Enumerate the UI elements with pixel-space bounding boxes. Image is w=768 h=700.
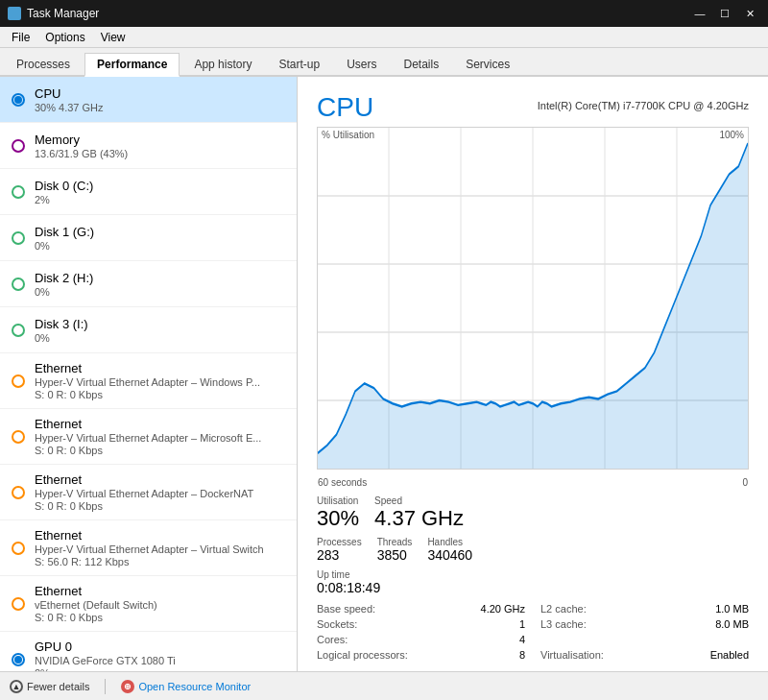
virtualisation-key: Virtualisation:: [540, 649, 604, 661]
eth1-sidebar-subtitle1: Hyper-V Virtual Ethernet Adapter – Windo…: [35, 376, 285, 388]
eth5-sidebar-title: Ethernet: [35, 584, 285, 598]
base-speed-key: Base speed:: [317, 603, 375, 615]
open-resource-monitor-button[interactable]: ⊕ Open Resource Monitor: [121, 680, 251, 693]
disk3-sidebar-title: Disk 3 (I:): [35, 317, 285, 331]
tab-processes[interactable]: Processes: [4, 53, 83, 75]
eth5-sidebar-subtitle2: S: 0 R: 0 Kbps: [35, 612, 285, 623]
fewer-details-button[interactable]: ▲ Fewer details: [10, 680, 89, 693]
eth3-sidebar-subtitle1: Hyper-V Virtual Ethernet Adapter – Docke…: [35, 488, 285, 499]
main-content: CPU 30% 4.37 GHz Memory 13.6/31.9 GB (43…: [0, 77, 768, 671]
tab-app-history[interactable]: App history: [181, 53, 264, 75]
virtualisation-val: Enabled: [710, 649, 749, 661]
eth2-sidebar-subtitle1: Hyper-V Virtual Ethernet Adapter – Micro…: [35, 432, 285, 444]
eth1-sidebar-subtitle2: S: 0 R: 0 Kbps: [35, 389, 285, 400]
cpu-utilisation-chart: [318, 128, 748, 469]
utilisation-label: Utilisation: [317, 495, 359, 506]
right-panel: CPU Intel(R) Core(TM) i7-7700K CPU @ 4.2…: [298, 77, 768, 671]
eth1-sidebar-title: Ethernet: [35, 361, 285, 375]
title-bar-left: Task Manager: [8, 7, 99, 20]
eth3-sidebar-subtitle2: S: 0 R: 0 Kbps: [35, 500, 285, 512]
disk2-status-icon: [12, 278, 25, 291]
threads-label: Threads: [377, 537, 413, 547]
tab-bar: Processes Performance App history Start-…: [0, 48, 768, 77]
tab-users[interactable]: Users: [334, 53, 389, 75]
disk1-sidebar-title: Disk 1 (G:): [35, 225, 285, 239]
sidebar-item-disk0[interactable]: Disk 0 (C:) 2%: [0, 169, 297, 215]
info-l3-cache: [540, 633, 749, 646]
menu-file[interactable]: File: [4, 29, 37, 46]
cpu-model: Intel(R) Core(TM) i7-7700K CPU @ 4.20GHz: [538, 100, 749, 111]
panel-header: CPU Intel(R) Core(TM) i7-7700K CPU @ 4.2…: [317, 92, 749, 123]
sidebar-item-memory[interactable]: Memory 13.6/31.9 GB (43%): [0, 123, 297, 169]
eth5-status-icon: [12, 597, 25, 611]
tab-performance[interactable]: Performance: [84, 53, 180, 77]
sidebar-item-eth2[interactable]: Ethernet Hyper-V Virtual Ethernet Adapte…: [0, 409, 297, 465]
cpu-info-grid: Base speed: 4.20 GHz L2 cache: 1.0 MB So…: [317, 602, 749, 662]
memory-sidebar-subtitle: 13.6/31.9 GB (43%): [35, 148, 285, 159]
uptime-value: 0:08:18:49: [317, 580, 749, 596]
sidebar-item-eth3[interactable]: Ethernet Hyper-V Virtual Ethernet Adapte…: [0, 465, 297, 520]
panel-title: CPU: [317, 92, 373, 123]
close-button[interactable]: ✕: [739, 5, 760, 22]
disk1-sidebar-subtitle: 0%: [35, 240, 285, 252]
sidebar-item-eth1[interactable]: Ethernet Hyper-V Virtual Ethernet Adapte…: [0, 353, 297, 409]
eth2-sidebar-subtitle2: S: 0 R: 0 Kbps: [35, 445, 285, 456]
info-virtualisation: Virtualisation: Enabled: [540, 648, 749, 662]
disk1-status-icon: [12, 231, 25, 245]
processes-label: Processes: [317, 537, 362, 547]
uptime-stat: Up time 0:08:18:49: [317, 569, 749, 596]
maximize-button[interactable]: ☐: [714, 5, 735, 22]
disk2-sidebar-text: Disk 2 (H:) 0%: [35, 271, 285, 298]
menu-options[interactable]: Options: [37, 29, 92, 46]
tab-services[interactable]: Services: [453, 53, 522, 75]
chart-time-labels: 60 seconds 0: [317, 477, 749, 488]
l2-cache-val: 8.0 MB: [715, 618, 749, 630]
eth5-sidebar-text: Ethernet vEthernet (Default Switch) S: 0…: [35, 584, 285, 623]
sidebar-item-eth5[interactable]: Ethernet vEthernet (Default Switch) S: 0…: [0, 576, 297, 632]
disk0-sidebar-text: Disk 0 (C:) 2%: [35, 179, 285, 205]
l1-cache-val: 1.0 MB: [715, 603, 749, 615]
speed-label: Speed: [374, 495, 464, 506]
info-l1-cache: L2 cache: 1.0 MB: [540, 602, 749, 616]
sidebar-item-disk3[interactable]: Disk 3 (I:) 0%: [0, 307, 297, 353]
sidebar-item-eth4[interactable]: Ethernet Hyper-V Virtual Ethernet Adapte…: [0, 520, 297, 576]
eth1-status-icon: [12, 374, 25, 388]
sidebar-item-disk1[interactable]: Disk 1 (G:) 0%: [0, 215, 297, 261]
gpu0-status-icon: [12, 653, 25, 666]
cpu-chart: % Utilisation 100%: [317, 127, 749, 470]
minimize-button[interactable]: —: [689, 5, 710, 22]
eth5-sidebar-subtitle1: vEthernet (Default Switch): [35, 599, 285, 611]
eth2-sidebar-title: Ethernet: [35, 417, 285, 431]
info-sockets: Sockets: 1: [317, 617, 525, 631]
menu-bar: File Options View: [0, 27, 768, 48]
sidebar-item-gpu0[interactable]: GPU 0 NVIDIA GeForce GTX 1080 Ti 2%: [0, 632, 297, 671]
disk3-sidebar-text: Disk 3 (I:) 0%: [35, 317, 285, 344]
uptime-label: Up time: [317, 569, 749, 580]
cpu-sidebar-subtitle: 30% 4.37 GHz: [35, 102, 285, 113]
eth4-sidebar-subtitle2: S: 56.0 R: 112 Kbps: [35, 556, 285, 567]
title-bar: Task Manager — ☐ ✕: [0, 0, 768, 27]
resource-monitor-icon: ⊕: [121, 680, 134, 693]
memory-sidebar-text: Memory 13.6/31.9 GB (43%): [35, 133, 285, 159]
disk2-sidebar-subtitle: 0%: [35, 286, 285, 298]
tab-startup[interactable]: Start-up: [266, 53, 332, 75]
chart-time-right: 0: [742, 477, 748, 488]
gpu0-sidebar-title: GPU 0: [35, 640, 285, 654]
fewer-details-icon: ▲: [10, 680, 23, 693]
sidebar-item-disk2[interactable]: Disk 2 (H:) 0%: [0, 261, 297, 307]
open-resource-monitor-label: Open Resource Monitor: [138, 681, 251, 692]
cpu-sidebar-title: CPU: [35, 86, 285, 101]
eth4-sidebar-subtitle1: Hyper-V Virtual Ethernet Adapter – Virtu…: [35, 543, 285, 555]
chart-y-axis-max: 100%: [719, 130, 744, 140]
handles-stat: Handles 340460: [427, 537, 472, 564]
menu-view[interactable]: View: [93, 29, 133, 46]
l2-cache-key: L3 cache:: [540, 618, 587, 630]
processes-value: 283: [317, 547, 362, 564]
handles-value: 340460: [427, 547, 472, 564]
gpu0-sidebar-text: GPU 0 NVIDIA GeForce GTX 1080 Ti 2%: [35, 640, 285, 671]
tab-details[interactable]: Details: [391, 53, 451, 75]
handles-label: Handles: [427, 537, 472, 547]
cores-val: 4: [519, 634, 525, 645]
eth3-sidebar-title: Ethernet: [35, 472, 285, 487]
sidebar-item-cpu[interactable]: CPU 30% 4.37 GHz: [0, 77, 297, 123]
